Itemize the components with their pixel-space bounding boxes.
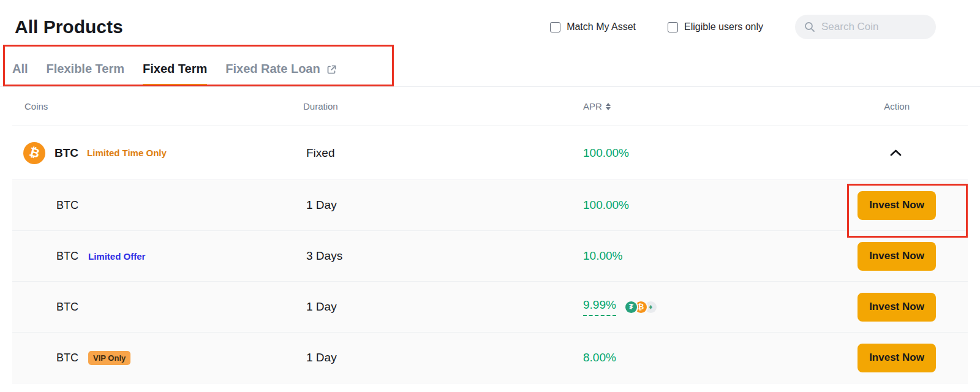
search-coin-box[interactable]	[795, 15, 936, 39]
tab-label: Flexible Term	[47, 62, 124, 76]
search-icon	[804, 21, 815, 32]
apr-cell: 9.99% ₮ ₿ ♦	[564, 298, 821, 316]
btc-icon: ₿	[23, 142, 45, 164]
duration-cell: 3 Days	[282, 249, 564, 263]
table-group-row-btc[interactable]: ₿ BTC Limited Time Only Fixed 100.00%	[12, 126, 968, 180]
apr-value: 8.00%	[583, 351, 616, 364]
coin-name: BTC	[56, 199, 78, 212]
match-my-asset-label: Match My Asset	[567, 21, 636, 32]
tab-fixed-rate-loan[interactable]: Fixed Rate Loan	[225, 56, 337, 86]
products-table: Coins Duration APR Action ₿ BTC Limited …	[12, 87, 968, 383]
column-header-action: Action	[821, 101, 968, 111]
coin-name: BTC	[56, 352, 78, 364]
apr-cell: 100.00%	[564, 146, 821, 160]
usdt-icon: ₮	[624, 300, 638, 314]
invest-now-button[interactable]: Invest Now	[858, 191, 936, 220]
limited-time-tag: Limited Time Only	[87, 148, 167, 158]
duration-cell: 1 Day	[282, 198, 564, 212]
vip-only-badge: VIP Only	[88, 351, 130, 365]
apr-header-label: APR	[583, 101, 602, 111]
column-header-duration: Duration	[282, 101, 564, 111]
collapse-chevron-icon[interactable]	[890, 149, 902, 156]
page-header: All Products Match My Asset Eligible use…	[0, 0, 980, 39]
eligible-users-label: Eligible users only	[684, 21, 763, 32]
external-link-icon	[326, 64, 337, 75]
apr-value: 10.00%	[583, 249, 622, 263]
duration-cell: 1 Day	[282, 300, 564, 314]
header-controls: Match My Asset Eligible users only	[550, 15, 965, 39]
tab-label: All	[12, 62, 28, 76]
tab-label: Fixed Term	[143, 62, 207, 76]
invest-now-button[interactable]: Invest Now	[858, 344, 936, 372]
duration-cell: 1 Day	[282, 351, 564, 364]
coin-cell: ₿ BTC Limited Time Only	[12, 142, 282, 164]
duration-cell: Fixed	[282, 146, 564, 160]
action-cell	[821, 149, 968, 156]
match-my-asset-checkbox[interactable]: Match My Asset	[550, 21, 636, 32]
action-cell: Invest Now	[821, 242, 968, 271]
invest-now-button[interactable]: Invest Now	[858, 242, 936, 271]
coin-name: BTC	[56, 250, 78, 263]
table-row: BTC 1 Day 9.99% ₮ ₿ ♦ Invest Now	[12, 282, 968, 333]
tab-flexible-term[interactable]: Flexible Term	[47, 56, 124, 86]
apr-value-boosted[interactable]: 9.99%	[583, 298, 616, 316]
coin-cell: BTC	[12, 301, 282, 314]
coin-cell: BTC Limited Offer	[12, 250, 282, 263]
apr-cell: 10.00%	[564, 249, 821, 263]
apr-cell: 100.00%	[564, 198, 821, 212]
column-header-coins: Coins	[12, 101, 282, 111]
apr-cell: 8.00%	[564, 351, 821, 364]
search-coin-input[interactable]	[820, 20, 927, 34]
column-header-apr: APR	[564, 101, 821, 111]
action-cell: Invest Now	[821, 344, 968, 372]
table-header-row: Coins Duration APR Action	[12, 87, 968, 126]
table-row: BTC Limited Offer 3 Days 10.00% Invest N…	[12, 231, 968, 282]
eligible-users-checkbox[interactable]: Eligible users only	[668, 21, 763, 32]
apr-value: 100.00%	[583, 146, 629, 160]
coin-name: BTC	[55, 146, 78, 160]
table-row: BTC 1 Day 100.00% Invest Now	[12, 180, 968, 231]
tab-fixed-term[interactable]: Fixed Term	[143, 56, 207, 86]
tab-all[interactable]: All	[12, 56, 28, 86]
checkbox-icon[interactable]	[668, 22, 678, 32]
table-row: BTC VIP Only 1 Day 8.00% Invest Now	[12, 333, 968, 383]
apr-value: 100.00%	[583, 198, 629, 212]
action-cell: Invest Now	[821, 293, 968, 322]
page-title: All Products	[15, 17, 123, 37]
action-cell: Invest Now	[821, 191, 968, 220]
limited-offer-link[interactable]: Limited Offer	[88, 251, 145, 262]
checkbox-icon[interactable]	[550, 22, 560, 32]
bonus-coin-cluster: ₮ ₿ ♦	[624, 300, 658, 314]
apr-sort-icon[interactable]	[606, 103, 611, 110]
invest-now-button[interactable]: Invest Now	[858, 293, 936, 322]
coin-name: BTC	[56, 301, 78, 314]
tab-label: Fixed Rate Loan	[225, 62, 320, 76]
coin-cell: BTC VIP Only	[12, 351, 282, 365]
coin-cell: BTC	[12, 199, 282, 212]
product-tabs: All Flexible Term Fixed Term Fixed Rate …	[0, 56, 980, 87]
